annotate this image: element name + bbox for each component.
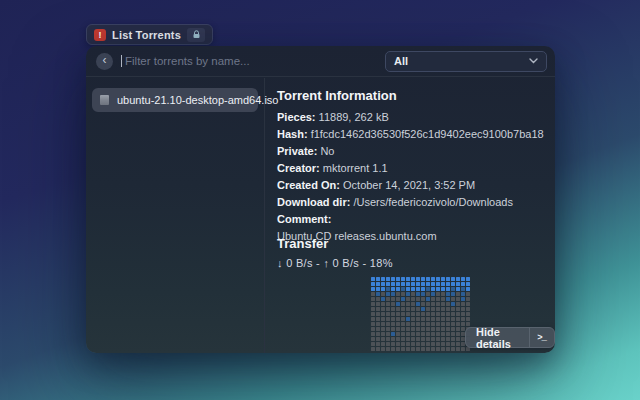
piece-cell xyxy=(406,302,410,306)
piece-cell xyxy=(396,282,400,286)
info-value: f1fcdc1462d36530f526c1d9402eec9100b7ba18 xyxy=(311,128,544,140)
terminal-prompt-icon[interactable]: >_ xyxy=(529,333,554,343)
piece-cell xyxy=(396,292,400,296)
torrent-info-rows: Pieces: 11889, 262 kBHash: f1fcdc1462d36… xyxy=(277,111,547,247)
piece-cell xyxy=(406,282,410,286)
piece-cell xyxy=(451,312,455,316)
piece-cell xyxy=(456,282,460,286)
piece-cell xyxy=(461,282,465,286)
piece-cell xyxy=(456,347,460,351)
piece-cell xyxy=(456,277,460,281)
piece-cell xyxy=(406,317,410,321)
piece-cell xyxy=(391,282,395,286)
piece-cell xyxy=(416,317,420,321)
piece-cell xyxy=(401,317,405,321)
piece-cell xyxy=(451,297,455,301)
piece-cell xyxy=(446,342,450,346)
piece-cell xyxy=(461,297,465,301)
piece-cell xyxy=(421,287,425,291)
piece-cell xyxy=(396,312,400,316)
alert-badge-icon: ! xyxy=(94,29,106,41)
piece-cell xyxy=(416,287,420,291)
piece-cell xyxy=(386,277,390,281)
piece-cell xyxy=(416,292,420,296)
piece-cell xyxy=(426,282,430,286)
piece-cell xyxy=(466,292,470,296)
piece-cell xyxy=(416,312,420,316)
piece-cell xyxy=(426,317,430,321)
piece-cell xyxy=(436,342,440,346)
piece-cell xyxy=(426,277,430,281)
window-tab-list-torrents[interactable]: ! List Torrents xyxy=(86,24,213,45)
piece-cell xyxy=(386,297,390,301)
piece-cell xyxy=(446,277,450,281)
piece-cell xyxy=(376,277,380,281)
piece-cell xyxy=(446,287,450,291)
piece-cell xyxy=(386,282,390,286)
info-row: Hash: f1fcdc1462d36530f526c1d9402eec9100… xyxy=(277,128,547,145)
piece-cell xyxy=(426,347,430,351)
piece-cell xyxy=(426,292,430,296)
back-button[interactable]: ‹ xyxy=(96,53,113,70)
piece-cell xyxy=(451,302,455,306)
piece-cell xyxy=(371,322,375,326)
piece-cell xyxy=(386,337,390,341)
hide-details-button[interactable]: Hide details >_ xyxy=(465,327,555,348)
piece-cell xyxy=(431,292,435,296)
piece-cell xyxy=(406,322,410,326)
piece-cell xyxy=(406,337,410,341)
piece-cell xyxy=(401,332,405,336)
info-row: Download dir: /Users/federicozivolo/Down… xyxy=(277,196,547,213)
piece-cell xyxy=(441,337,445,341)
piece-cell xyxy=(436,322,440,326)
piece-cell xyxy=(376,312,380,316)
piece-cell xyxy=(461,277,465,281)
piece-cell xyxy=(451,317,455,321)
desktop-background: { "tab": { "alert_glyph": "!", "label": … xyxy=(0,0,640,400)
piece-cell xyxy=(386,317,390,321)
piece-cell xyxy=(441,277,445,281)
torrent-list-item-selected[interactable]: ubuntu-21.10-desktop-amd64.iso xyxy=(92,88,258,112)
info-row: Creator: mktorrent 1.1 xyxy=(277,162,547,179)
piece-cell xyxy=(456,342,460,346)
filter-torrents-input[interactable] xyxy=(121,55,385,67)
piece-cell xyxy=(381,327,385,331)
piece-cell xyxy=(381,342,385,346)
piece-cell xyxy=(406,297,410,301)
piece-cell xyxy=(406,287,410,291)
piece-cell xyxy=(396,337,400,341)
piece-cell xyxy=(461,292,465,296)
piece-cell xyxy=(456,287,460,291)
piece-cell xyxy=(391,297,395,301)
piece-cell xyxy=(386,332,390,336)
piece-cell xyxy=(411,347,415,351)
piece-cell xyxy=(466,297,470,301)
piece-cell xyxy=(421,337,425,341)
piece-cell xyxy=(396,342,400,346)
piece-cell xyxy=(381,302,385,306)
piece-cell xyxy=(436,312,440,316)
piece-cell xyxy=(436,317,440,321)
piece-cell xyxy=(461,287,465,291)
piece-cell xyxy=(406,327,410,331)
piece-cell xyxy=(406,342,410,346)
piece-cell xyxy=(381,287,385,291)
piece-cell xyxy=(381,292,385,296)
piece-cell xyxy=(426,287,430,291)
piece-cell xyxy=(406,312,410,316)
piece-cell xyxy=(386,327,390,331)
piece-cell xyxy=(416,342,420,346)
piece-cell xyxy=(461,322,465,326)
filter-category-dropdown[interactable]: All xyxy=(385,51,547,72)
piece-cell xyxy=(421,302,425,306)
piece-cell xyxy=(451,287,455,291)
piece-cell xyxy=(456,302,460,306)
torrent-status-icon xyxy=(100,95,109,105)
piece-cell xyxy=(386,342,390,346)
piece-cell xyxy=(431,307,435,311)
piece-cell xyxy=(441,307,445,311)
piece-cell xyxy=(391,342,395,346)
piece-cell xyxy=(411,332,415,336)
info-label: Created On: xyxy=(277,179,343,191)
piece-cell xyxy=(401,312,405,316)
